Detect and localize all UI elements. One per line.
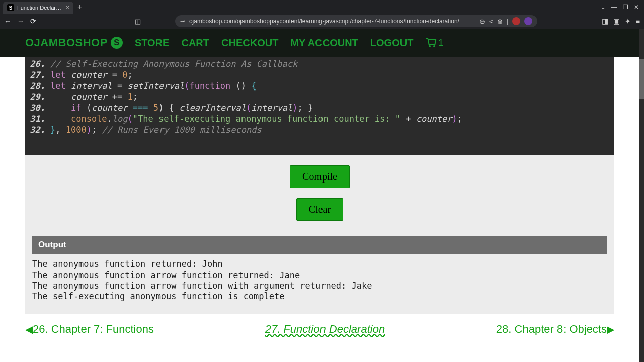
sparkle-icon[interactable]: ✦ (625, 17, 631, 25)
url-bar[interactable]: ⊸ ojamboshop.com/ojamboshoppaycontent/le… (175, 15, 537, 27)
zoom-icon[interactable]: ⊕ (479, 18, 485, 25)
code-content: if (counter === 5) { clearInterval(inter… (50, 103, 313, 114)
favicon-icon: S (7, 4, 14, 11)
code-content: let counter = 0; (50, 70, 133, 81)
menu-icon[interactable]: ≡ (636, 17, 640, 25)
code-content: }, 1000); // Runs Every 1000 millisecond… (50, 125, 262, 136)
minimize-icon[interactable]: — (610, 4, 619, 11)
code-line: 32.}, 1000); // Runs Every 1000 millisec… (25, 125, 614, 136)
clear-button[interactable]: Clear (296, 198, 343, 221)
output-header: Output (32, 236, 607, 254)
extension-brave-icon[interactable] (512, 17, 520, 25)
cart-icon (425, 37, 437, 49)
line-number: 30. (25, 103, 50, 114)
bookmark-icon[interactable]: ◫ (135, 18, 141, 25)
code-content: let interval = setInterval(function () { (50, 81, 257, 92)
cart-widget[interactable]: 1 (425, 37, 443, 49)
window-controls: ⌄ — ❐ ✕ (599, 0, 641, 14)
nav-cart[interactable]: CART (181, 37, 209, 49)
reload-icon[interactable]: ⟳ (30, 17, 36, 25)
separator-icon: | (507, 18, 508, 25)
code-content: counter += 1; (50, 92, 138, 103)
browser-toolbar: ← → ⟳ ◫ ⊸ ojamboshop.com/ojamboshoppayco… (0, 14, 644, 29)
code-line: 29. counter += 1; (25, 92, 614, 103)
close-window-icon[interactable]: ✕ (632, 4, 641, 11)
line-number: 32. (25, 125, 50, 136)
code-line: 30. if (counter === 5) { clearInterval(i… (25, 103, 614, 114)
button-area: Compile Clear (25, 155, 614, 236)
sidebar-icon[interactable]: ◨ (602, 17, 608, 25)
toolbar-right: ◨ ▣ ✦ ≡ (602, 17, 640, 25)
code-line: 28.let interval = setInterval(function (… (25, 81, 614, 92)
nav-buttons: ← → ⟳ (4, 17, 36, 25)
code-block: 26.// Self-Executing Anonymous Function … (25, 57, 614, 155)
scrollbar-thumb[interactable] (639, 59, 644, 99)
new-tab-button[interactable]: + (77, 3, 82, 12)
nav-logout[interactable]: LOGOUT (370, 37, 414, 49)
extension-purple-icon[interactable] (524, 17, 532, 25)
code-content: // Self-Executing Anonymous Function As … (50, 59, 297, 70)
line-number: 29. (25, 92, 50, 103)
code-line: 31. console.log("The self-executing anon… (25, 114, 614, 125)
tab-bar: S Function Declaration - Ojam × + ⌄ — ❐ … (0, 0, 644, 14)
close-tab-icon[interactable]: × (66, 4, 69, 11)
code-line: 27.let counter = 0; (25, 70, 614, 81)
site-nav: OJAMBOSHOP S STORE CART CHECKOUT MY ACCO… (0, 29, 639, 57)
browser-chrome: S Function Declaration - Ojam × + ⌄ — ❐ … (0, 0, 644, 29)
nav-store[interactable]: STORE (135, 37, 170, 49)
scrollbar-track[interactable] (639, 29, 644, 362)
triangle-left-icon: ◀ (25, 323, 33, 335)
tab-title: Function Declaration - Ojam (17, 5, 63, 11)
page-viewport: OJAMBOSHOP S STORE CART CHECKOUT MY ACCO… (0, 29, 639, 362)
extensions-icon[interactable]: ▣ (613, 17, 620, 25)
back-icon[interactable]: ← (4, 17, 11, 25)
url-text: ojamboshop.com/ojamboshoppaycontent/lear… (189, 18, 475, 25)
forward-icon[interactable]: → (17, 17, 24, 25)
nav-my-account[interactable]: MY ACCOUNT (290, 37, 358, 49)
pager-current[interactable]: 27. Function Declaration (265, 323, 385, 336)
pager: ◀26. Chapter 7: Functions 27. Function D… (0, 314, 639, 356)
triangle-right-icon: ▶ (607, 323, 614, 335)
output-body: The anonymous function returned: John Th… (32, 259, 607, 302)
line-number: 28. (25, 81, 50, 92)
code-line: 26.// Self-Executing Anonymous Function … (25, 59, 614, 70)
brand-badge-icon: S (111, 37, 123, 49)
site-info-icon[interactable]: ⊸ (180, 18, 185, 25)
browser-tab[interactable]: S Function Declaration - Ojam × (3, 2, 73, 14)
rss-icon[interactable]: ⋒ (497, 18, 503, 25)
brand-text: OJAMBOSHOP (25, 36, 108, 49)
line-number: 26. (25, 59, 50, 70)
brand[interactable]: OJAMBOSHOP S (25, 36, 123, 49)
code-content: console.log("The self-executing anonymou… (50, 114, 462, 125)
dropdown-icon[interactable]: ⌄ (599, 4, 608, 11)
line-number: 27. (25, 70, 50, 81)
share-icon[interactable]: < (489, 18, 493, 25)
output-panel: Output The anonymous function returned: … (25, 236, 614, 314)
maximize-icon[interactable]: ❐ (621, 4, 630, 11)
pager-next[interactable]: 28. Chapter 8: Objects▶ (496, 323, 614, 336)
pager-next-label: 28. Chapter 8: Objects (496, 323, 607, 336)
line-number: 31. (25, 114, 50, 125)
pager-prev-label: 26. Chapter 7: Functions (33, 323, 154, 336)
cart-count: 1 (438, 38, 443, 48)
compile-button[interactable]: Compile (290, 165, 350, 188)
nav-checkout[interactable]: CHECKOUT (221, 37, 278, 49)
pager-prev[interactable]: ◀26. Chapter 7: Functions (25, 323, 154, 336)
